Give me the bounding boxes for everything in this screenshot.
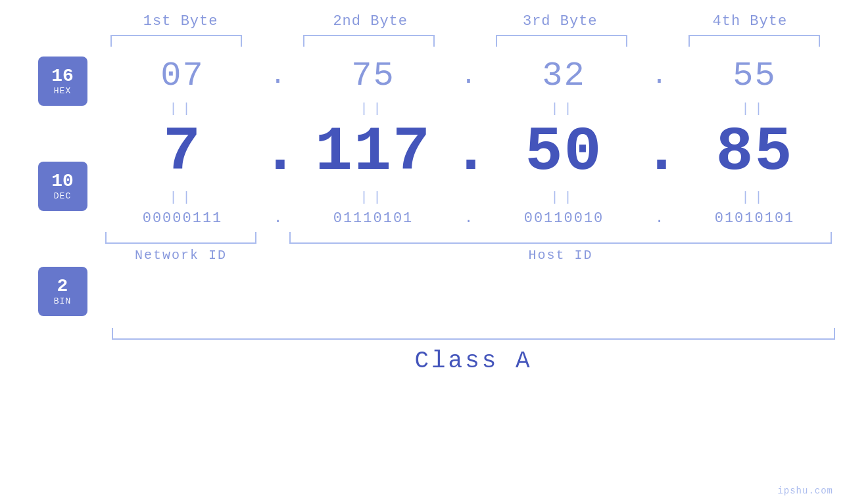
dec-value-1: 7 (107, 122, 258, 184)
equals-5: || (107, 190, 258, 205)
bracket-host (289, 232, 832, 244)
bracket-top-1 (110, 35, 242, 47)
equals-3: || (489, 101, 640, 116)
equals-8: || (679, 190, 831, 205)
bracket-top-3 (496, 35, 627, 47)
dot-1: . (262, 63, 295, 89)
bin-value-2: 01110101 (298, 210, 449, 227)
full-bracket-row (112, 328, 835, 340)
bin-dot-2: . (452, 212, 485, 226)
id-brackets-row (105, 232, 832, 244)
equals-2: || (298, 101, 449, 116)
bin-value-3: 00110010 (489, 210, 640, 227)
bin-badge: 2 BIN (38, 267, 87, 316)
network-id-label: Network ID (105, 248, 256, 263)
bin-dot-3: . (643, 212, 676, 226)
host-id-label: Host ID (289, 248, 832, 263)
hex-value-1: 07 (107, 57, 258, 95)
byte-label-2: 2nd Byte (295, 13, 446, 30)
equals-1: || (107, 101, 258, 116)
dec-value-4: 85 (679, 122, 831, 184)
dec-value-3: 50 (489, 122, 640, 184)
badges-column: 16 HEX 10 DEC 2 BIN (20, 57, 105, 316)
equals-6: || (298, 190, 449, 205)
hex-value-3: 32 (489, 57, 640, 95)
dec-dot-1: . (262, 122, 295, 184)
dec-row: 7 . 117 . 50 . 85 (105, 122, 832, 184)
bracket-class (112, 328, 835, 340)
byte-label-4: 4th Byte (674, 13, 825, 30)
dec-badge: 10 DEC (38, 162, 87, 211)
byte-label-1: 1st Byte (105, 13, 256, 30)
hex-row: 07 . 75 . 32 . 55 (105, 57, 832, 95)
dec-dot-3: . (643, 122, 676, 184)
bin-dot-1: . (262, 212, 295, 226)
hex-value-4: 55 (679, 57, 831, 95)
values-grid: 07 . 75 . 32 . 55 || || (105, 57, 845, 316)
byte-labels-row: 1st Byte 2nd Byte 3rd Byte 4th Byte (104, 13, 827, 30)
equals-7: || (489, 190, 640, 205)
bracket-top-2 (303, 35, 435, 47)
hex-value-2: 75 (298, 57, 449, 95)
equals-row-2: || || || || (105, 184, 832, 210)
hex-badge: 16 HEX (38, 57, 87, 106)
bin-row: 00000111 . 01110101 . 00110010 . 0101010… (105, 210, 832, 227)
watermark: ipshu.com (777, 486, 833, 496)
bracket-top-4 (688, 35, 820, 47)
dec-dot-2: . (452, 122, 485, 184)
main-container: 1st Byte 2nd Byte 3rd Byte 4th Byte 16 H… (0, 0, 845, 504)
equals-4: || (679, 101, 831, 116)
class-label-row: Class A (112, 348, 835, 375)
bin-value-1: 00000111 (107, 210, 258, 227)
dec-value-2: 117 (298, 122, 449, 184)
byte-label-3: 3rd Byte (485, 13, 636, 30)
id-labels-row: Network ID Host ID (105, 248, 832, 263)
bin-value-4: 01010101 (679, 210, 831, 227)
bracket-network (105, 232, 256, 244)
dot-2: . (452, 63, 485, 89)
dot-3: . (643, 63, 676, 89)
top-brackets-row (104, 35, 827, 47)
